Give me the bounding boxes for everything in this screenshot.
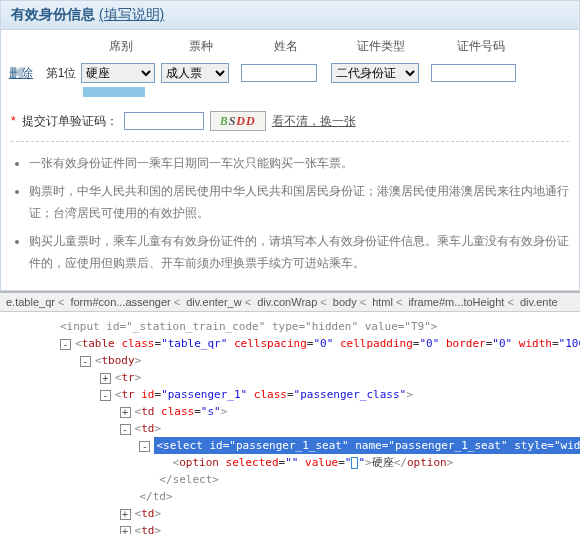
panel-header: 有效身份信息 (填写说明)	[0, 0, 580, 30]
passenger-row: 删除 第1位 硬座 成人票 二代身份证	[1, 59, 579, 87]
row-position: 第1位	[41, 65, 81, 82]
expand-icon[interactable]: +	[120, 509, 131, 520]
name-input[interactable]	[241, 64, 317, 82]
collapse-icon[interactable]: -	[80, 356, 91, 367]
help-link[interactable]: (填写说明)	[99, 6, 164, 22]
col-idno: 证件号码	[431, 38, 531, 55]
rules-list: 一张有效身份证件同一乘车日期同一车次只能购买一张车票。 购票时，中华人民共和国的…	[11, 141, 569, 274]
collapse-icon[interactable]: -	[100, 390, 111, 401]
rule-item: 购票时，中华人民共和国的居民使用中华人民共和国居民身份证；港澳居民使用港澳居民来…	[29, 180, 569, 224]
col-ticket: 票种	[161, 38, 241, 55]
collapse-icon[interactable]: -	[139, 441, 150, 452]
expand-icon[interactable]: +	[120, 526, 131, 535]
devtools-panel: e.table_qr< form#con...assenger< div.ent…	[0, 291, 580, 534]
dom-node[interactable]: <input id="_station_train_code" type="hi…	[60, 318, 580, 335]
collapse-icon[interactable]: -	[120, 424, 131, 435]
rule-item: 购买儿童票时，乘车儿童有有效身份证件的，请填写本人有效身份证件信息。乘车儿童没有…	[29, 230, 569, 274]
expand-icon[interactable]: +	[120, 407, 131, 418]
required-star: *	[11, 114, 16, 128]
id-number-input[interactable]	[431, 64, 516, 82]
col-idtype: 证件类型	[331, 38, 431, 55]
col-name: 姓名	[241, 38, 331, 55]
delete-button[interactable]: 删除	[1, 65, 41, 82]
ticket-type-select[interactable]: 成人票	[161, 63, 229, 83]
panel-title: 有效身份信息	[11, 6, 95, 22]
captcha-input[interactable]	[124, 112, 204, 130]
seat-select[interactable]: 硬座	[81, 63, 155, 83]
table-header: 席别 票种 姓名 证件类型 证件号码	[1, 30, 579, 59]
captcha-row: * 提交订单验证码： B S D D 看不清，换一张	[1, 97, 579, 141]
rule-item: 一张有效身份证件同一乘车日期同一车次只能购买一张车票。	[29, 152, 569, 174]
col-seat: 席别	[81, 38, 161, 55]
selected-dom-node[interactable]: <select id="passenger_1_seat" name="pass…	[154, 437, 580, 454]
collapse-icon[interactable]: -	[60, 339, 71, 350]
breadcrumb[interactable]: e.table_qr< form#con...assenger< div.ent…	[0, 293, 580, 312]
expand-icon[interactable]: +	[100, 373, 111, 384]
id-type-select[interactable]: 二代身份证	[331, 63, 419, 83]
dom-tree[interactable]: <input id="_station_train_code" type="hi…	[0, 312, 580, 534]
captcha-refresh-link[interactable]: 看不清，换一张	[272, 113, 356, 130]
captcha-image: B S D D	[210, 111, 266, 131]
passenger-form: 席别 票种 姓名 证件类型 证件号码 删除 第1位 硬座 成人票 二代身份证	[0, 30, 580, 291]
captcha-label: 提交订单验证码：	[22, 113, 118, 130]
seat-highlight	[83, 87, 145, 97]
